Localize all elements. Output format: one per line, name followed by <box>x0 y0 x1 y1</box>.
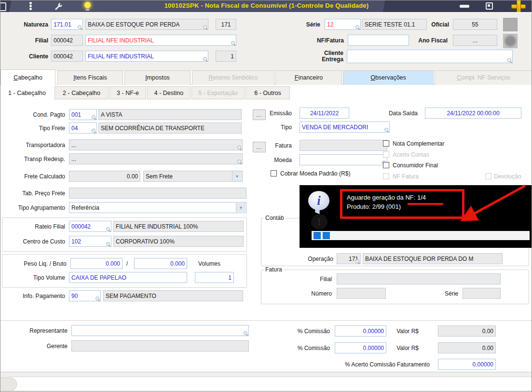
natureza-num-field: 171 <box>216 19 236 30</box>
natureza-label: Natureza <box>0 19 50 30</box>
consumidor-final-checkbox[interactable] <box>383 162 389 168</box>
filial-label: Filial <box>0 35 50 46</box>
comissao2-valor-label: Valor R$ <box>386 342 420 353</box>
cliente-entrega-field[interactable] <box>347 50 513 63</box>
comissao1-valor-field: 0.00 <box>438 325 496 337</box>
tipo-agrupamento-dropdown[interactable]: Referência ▾ <box>69 202 246 213</box>
footer-pill <box>0 378 17 391</box>
chevron-down-icon[interactable]: ▾ <box>232 172 242 181</box>
comissao2-valor-field: 0.00 <box>438 342 496 353</box>
rateio-filial-code-field[interactable]: 000042 <box>69 221 111 232</box>
info-pagamento-label: Info. Pagamento <box>0 290 67 301</box>
acerto-comissao-field[interactable]: 0.00000 <box>438 359 496 370</box>
comissao1-label: % Comissão <box>288 325 331 337</box>
fatura-filial-field <box>337 273 501 284</box>
tipo-field[interactable]: VENDA DE MERCADORI <box>300 122 390 133</box>
nf-fatura-checkbox <box>383 173 389 179</box>
peso-bruto-field[interactable]: 0.000 <box>134 258 187 269</box>
tipo-frete-label: Tipo Frete <box>0 122 67 134</box>
comissao2-pct-field[interactable]: 0.00000 <box>335 342 386 353</box>
serie-desc-field: SERIE TESTE 01.1 <box>362 19 427 30</box>
consumidor-final-label: Consumidor Final <box>393 162 438 169</box>
frete-calculado-label: Frete Calculado <box>0 171 67 182</box>
cobrar-moeda-checkbox[interactable] <box>271 170 277 176</box>
centro-custo-code-field[interactable]: 102 <box>69 236 111 247</box>
frete-tipo-dropdown[interactable]: Sem Frete ▾ <box>143 171 243 182</box>
volumes-qty-field[interactable]: 1 <box>195 272 234 283</box>
fatura-group-label: Fatura <box>264 266 284 273</box>
transp-redesp-field[interactable]: ... <box>69 153 243 164</box>
subtab-1-cabecalho[interactable]: 1 - Cabeçalho <box>0 86 54 99</box>
moeda-field[interactable] <box>300 154 387 165</box>
cond-pagto-code-field[interactable]: 001 <box>69 109 97 120</box>
header-square-button[interactable] <box>503 18 518 31</box>
emissao-field[interactable]: 24/11/2022 <box>300 108 349 119</box>
info-pagamento-code-field[interactable]: 90 <box>69 290 101 301</box>
tipo-frete-code-field[interactable]: 04 <box>69 122 97 134</box>
moeda-label: Moeda <box>250 154 293 165</box>
fatura-field <box>300 140 387 151</box>
peso-liquido-field[interactable]: 0.000 <box>70 258 123 269</box>
representante-field[interactable] <box>71 325 249 336</box>
minimize-button[interactable] <box>460 5 469 8</box>
acerto-comissao-label: % Acerto Comissão Faturamento <box>309 359 431 370</box>
tab-observacoes[interactable]: Observações <box>343 70 434 85</box>
nf-fatura-field[interactable] <box>348 35 409 46</box>
transportadora-field[interactable]: ... <box>69 139 243 150</box>
operacao-label: Operação <box>290 253 335 264</box>
footer-bar <box>4 377 532 391</box>
subtab-3-nfe[interactable]: 3 - NF-e <box>109 86 146 99</box>
tab-impostos[interactable]: Impostos <box>124 70 191 85</box>
tab-retorno-simbolico: Retorno Simbólico <box>192 70 274 85</box>
tipo-frete-desc-field: SEM OCORRÊNCIA DE TRANSPORTE <box>98 122 242 134</box>
peso-slash: / <box>125 258 131 269</box>
serie-code-field[interactable]: 12 <box>325 19 361 30</box>
nota-complementar-checkbox[interactable] <box>383 140 389 147</box>
subtab-4-destino[interactable]: 4 - Destino <box>147 86 191 99</box>
info-icon: i <box>308 191 329 210</box>
tab-preco-frete-label: Tab. Preço Frete <box>0 188 67 199</box>
maximize-button[interactable] <box>486 2 493 10</box>
progress-block <box>323 232 330 239</box>
tab-compl-nf-servicos: Compl. NF Serviços <box>435 70 532 85</box>
fatura-filial-label: Filial <box>290 273 333 284</box>
title-bar: 100102SPK - Nota Fiscal de Consumível (1… <box>0 0 532 12</box>
nf-fatura-check-label: NF Fatura <box>393 173 419 180</box>
cliente-desc-field[interactable]: FILIAL NFE INDUSTRIAL <box>85 51 208 62</box>
oficial-label: Oficial <box>427 19 450 30</box>
ano-fiscal-label: Ano Fiscal <box>409 35 449 46</box>
chevron-down-icon[interactable]: ▾ <box>236 203 246 212</box>
oficial-field: 55 <box>453 19 497 30</box>
subtab-6-outros[interactable]: 6 - Outros <box>246 86 290 99</box>
section-divider <box>0 320 532 321</box>
representante-label: Representante <box>17 325 69 336</box>
comissao1-pct-field[interactable]: 0.00000 <box>335 325 386 337</box>
gerente-label: Gerente <box>17 340 69 351</box>
progress-bar <box>312 231 530 240</box>
fatura-serie-field <box>463 288 501 299</box>
tipo-volume-label: Tipo Volume <box>0 272 67 283</box>
fatura-numero-label: Número <box>290 288 333 299</box>
cliente-loja-field: 1 <box>216 51 236 62</box>
rateio-filial-desc-field: FILIAL NFE INDUSTRIAL 100% <box>113 221 244 232</box>
operacao-code-field[interactable]: 171 <box>337 253 361 264</box>
filial-desc-field[interactable]: FILIAL NFE INDUSTRIAL <box>85 35 236 46</box>
application-window: 100102SPK - Nota Fiscal de Consumível (1… <box>0 0 532 392</box>
data-saida-field[interactable]: 24/11/2022 00:00:00 <box>425 108 521 119</box>
stamp-icon[interactable] <box>503 34 518 48</box>
comissao2-label: % Comissão <box>288 342 331 353</box>
progress-popup: i ! Aguarde geração da NF: 1/4 Produto: … <box>300 185 532 248</box>
natureza-code-field[interactable]: 171.01 <box>51 19 83 30</box>
acerto-contas-checkbox <box>383 151 389 158</box>
tab-cabecalho[interactable]: Cabeçalho <box>0 69 55 85</box>
tab-itens-fiscais[interactable]: Itens Fiscais <box>57 70 123 85</box>
rateio-filial-label: Rateio Filial <box>0 221 67 232</box>
comissao1-valor-label: Valor R$ <box>386 325 420 337</box>
tab-preco-frete-field <box>69 188 246 199</box>
centro-custo-label: Centro de Custo <box>0 236 67 247</box>
fatura-serie-label: Série <box>435 288 460 299</box>
tab-financeiro[interactable]: Financeiro <box>275 70 342 85</box>
subtab-2-cabecalho[interactable]: 2 - Cabeçalho <box>55 86 109 99</box>
contabil-group-label: Contáb <box>264 215 286 221</box>
tipo-volume-field[interactable]: CAIXA DE PAPELAO <box>69 272 187 283</box>
